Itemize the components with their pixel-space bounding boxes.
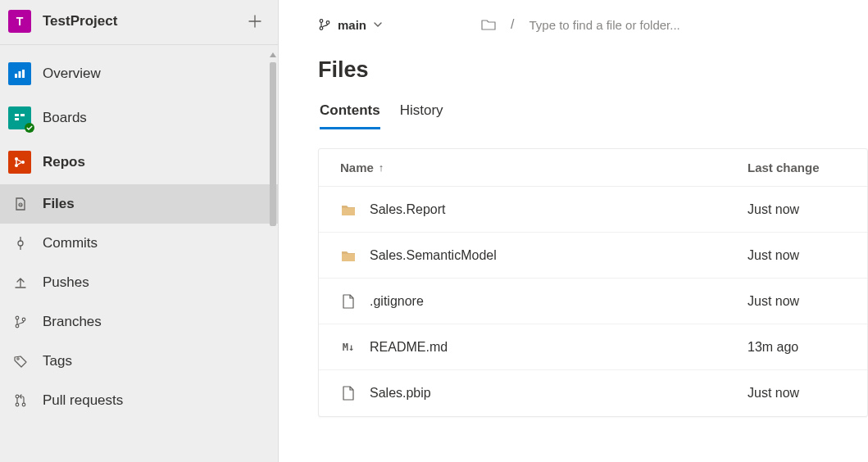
file-row[interactable]: .gitignoreJust now — [319, 279, 867, 324]
file-listing-header: Name ↑ Last change — [319, 149, 867, 187]
folder-icon — [340, 203, 357, 216]
subnav-tags[interactable]: Tags — [0, 342, 278, 381]
subnav-branches[interactable]: Branches — [0, 302, 278, 342]
file-listing: Name ↑ Last change Sales.ReportJust nowS… — [318, 148, 868, 417]
breadcrumb: main / — [318, 10, 868, 39]
branch-picker[interactable]: main — [318, 18, 383, 32]
file-name: Sales.Report — [370, 202, 748, 217]
breadcrumb-separator: / — [511, 17, 514, 32]
file-icon — [340, 294, 357, 309]
tab-contents[interactable]: Contents — [320, 102, 380, 129]
svg-rect-5 — [15, 114, 19, 116]
nav-repos[interactable]: Repos — [0, 140, 278, 184]
commits-icon — [11, 236, 30, 251]
scroll-thumb[interactable] — [270, 62, 276, 226]
svg-point-12 — [21, 161, 25, 164]
svg-point-16 — [16, 316, 19, 319]
subnav-branches-label: Branches — [43, 314, 102, 330]
nav-repos-label: Repos — [43, 154, 85, 170]
svg-point-8 — [25, 123, 34, 133]
branch-icon — [318, 18, 331, 31]
svg-rect-7 — [15, 118, 19, 120]
project-avatar[interactable]: T — [8, 10, 31, 33]
file-row[interactable]: Sales.pbipJust now — [319, 370, 867, 416]
scroll-up-icon — [270, 52, 276, 57]
page-title: Files — [318, 57, 868, 83]
svg-rect-6 — [20, 114, 25, 116]
subnav-pull-requests[interactable]: Pull requests — [0, 381, 278, 420]
file-row[interactable]: Sales.ReportJust now — [319, 187, 867, 233]
subnav-files[interactable]: Files — [0, 184, 278, 224]
svg-point-19 — [17, 358, 19, 360]
subnav-pushes-label: Pushes — [43, 274, 89, 291]
svg-rect-1 — [15, 74, 17, 78]
tab-history[interactable]: History — [400, 102, 443, 129]
markdown-icon: M↓ — [340, 342, 357, 353]
svg-point-22 — [22, 403, 25, 406]
tags-icon — [11, 354, 30, 369]
subnav-tags-label: Tags — [43, 353, 72, 369]
svg-point-20 — [16, 395, 19, 398]
svg-point-23 — [320, 20, 323, 23]
file-icon — [340, 386, 357, 401]
file-row[interactable]: Sales.SemanticModelJust now — [319, 233, 867, 279]
nav-overview[interactable]: Overview — [0, 52, 278, 96]
svg-rect-2 — [19, 71, 21, 78]
file-last-change: Just now — [748, 294, 846, 309]
file-last-change: Just now — [748, 248, 846, 263]
nav-boards[interactable]: Boards — [0, 96, 278, 140]
subnav-pull-requests-label: Pull requests — [43, 392, 123, 409]
svg-point-17 — [16, 324, 19, 328]
svg-point-24 — [320, 27, 323, 30]
file-name: Sales.pbip — [370, 386, 748, 401]
subnav-commits[interactable]: Commits — [0, 224, 278, 263]
nav-boards-label: Boards — [43, 110, 87, 126]
column-header-name-label: Name — [340, 161, 374, 174]
plus-icon — [248, 15, 261, 28]
sidebar-scrollbar[interactable] — [270, 51, 276, 462]
sidebar-header: T TestProject — [0, 0, 278, 45]
folder-icon — [340, 249, 357, 262]
svg-point-14 — [20, 204, 21, 206]
sort-ascending-icon: ↑ — [379, 161, 384, 174]
main-content: main / Files Contents History Name ↑ Las… — [279, 0, 868, 462]
root-folder-icon[interactable] — [481, 18, 496, 31]
branches-icon — [11, 315, 30, 329]
file-name: README.md — [370, 340, 748, 355]
svg-point-15 — [18, 241, 23, 246]
file-last-change: Just now — [748, 386, 846, 401]
repos-subnav: Files Commits Pushes Branches — [0, 184, 278, 420]
tabs: Contents History — [318, 102, 868, 130]
file-row[interactable]: M↓README.md13m ago — [319, 324, 867, 370]
files-icon — [11, 197, 30, 211]
subnav-pushes[interactable]: Pushes — [0, 263, 278, 302]
svg-point-21 — [16, 403, 19, 406]
pull-requests-icon — [11, 393, 30, 408]
sidebar: T TestProject Overview Boards Repos — [0, 0, 279, 462]
nav-overview-label: Overview — [43, 66, 101, 82]
file-name: Sales.SemanticModel — [370, 248, 748, 263]
subnav-commits-label: Commits — [43, 235, 98, 251]
column-header-last-change[interactable]: Last change — [748, 161, 846, 174]
project-title[interactable]: TestProject — [43, 13, 245, 29]
svg-point-25 — [326, 21, 329, 25]
nav-list: Overview Boards Repos Files — [0, 45, 278, 420]
svg-point-18 — [22, 318, 25, 321]
pushes-icon — [11, 275, 30, 290]
chevron-down-icon — [373, 20, 383, 29]
repos-icon — [12, 155, 27, 170]
subnav-files-label: Files — [43, 196, 75, 212]
branch-name: main — [338, 18, 366, 32]
path-search-input[interactable] — [529, 18, 791, 32]
overview-icon — [12, 66, 27, 81]
file-last-change: Just now — [748, 202, 846, 217]
column-header-name[interactable]: Name ↑ — [340, 161, 748, 174]
add-project-button[interactable] — [245, 15, 265, 28]
file-last-change: 13m ago — [748, 340, 846, 355]
file-name: .gitignore — [370, 294, 748, 309]
svg-rect-3 — [22, 70, 25, 78]
